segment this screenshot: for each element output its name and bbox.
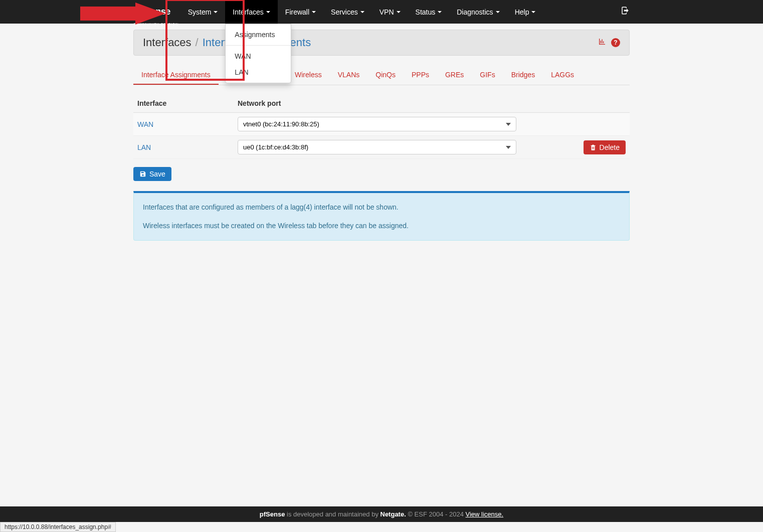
save-button[interactable]: Save [133, 167, 171, 181]
nav-diagnostics[interactable]: Diagnostics [449, 0, 507, 24]
dropdown-lan[interactable]: LAN [226, 64, 291, 80]
nav-help[interactable]: Help [507, 0, 543, 24]
tab-ppps[interactable]: PPPs [404, 66, 437, 85]
interface-link-lan[interactable]: LAN [137, 143, 151, 151]
dropdown-assignments[interactable]: Assignments [226, 27, 291, 43]
delete-button[interactable]: Delete [584, 140, 626, 154]
nav-system-label: System [188, 8, 212, 16]
trash-icon [590, 144, 597, 151]
nav-items: System Interfaces Assignments WAN LAN Fi… [180, 0, 621, 24]
nav-vpn[interactable]: VPN [372, 0, 408, 24]
caret-icon [438, 11, 442, 13]
dropdown-wan[interactable]: WAN [226, 48, 291, 64]
caret-icon [214, 11, 218, 13]
nav-status-label: Status [416, 8, 436, 16]
save-label: Save [149, 170, 165, 178]
caret-icon [312, 11, 316, 13]
logout-icon[interactable] [621, 6, 630, 18]
nav-right [621, 6, 630, 18]
col-actions [580, 94, 630, 113]
nav-help-label: Help [515, 8, 529, 16]
nav-services[interactable]: Services [323, 0, 372, 24]
nav-container: pf sense COMMUNITY EDITION System Interf… [133, 0, 630, 24]
tab-bridges[interactable]: Bridges [503, 66, 543, 85]
tabs: Interface Assignments Interface Groups W… [133, 66, 630, 85]
caret-icon [397, 11, 401, 13]
nav-vpn-label: VPN [379, 8, 394, 16]
port-select-lan[interactable]: ue0 (1c:bf:ce:d4:3b:8f) [238, 140, 516, 154]
breadcrumb-panel: Interfaces / Interface Assignments ? [133, 30, 630, 56]
nav-services-label: Services [331, 8, 358, 16]
nav-interfaces[interactable]: Interfaces Assignments WAN LAN [225, 0, 277, 24]
page-container: Interfaces / Interface Assignments ? Int… [133, 30, 630, 241]
assignments-table: Interface Network port WAN vtnet0 (bc:24… [133, 94, 630, 159]
footer-company[interactable]: Netgate. [380, 510, 406, 518]
svg-marker-0 [80, 3, 165, 25]
caret-icon [496, 11, 500, 13]
interfaces-dropdown: Assignments WAN LAN [225, 24, 291, 83]
caret-icon [266, 11, 270, 13]
assignments-table-wrap: Interface Network port WAN vtnet0 (bc:24… [133, 94, 630, 181]
info-line1: Interfaces that are configured as member… [143, 202, 620, 213]
footer: pfSense is developed and maintained by N… [0, 506, 763, 522]
info-panel: Interfaces that are configured as member… [133, 191, 630, 241]
tab-gifs[interactable]: GIFs [472, 66, 503, 85]
tab-qinqs[interactable]: QinQs [367, 66, 404, 85]
annotation-arrow [80, 3, 165, 34]
browser-status-bar: https://10.0.0.88/interfaces_assign.php# [0, 522, 116, 532]
nav-diagnostics-label: Diagnostics [457, 8, 493, 16]
footer-mid: is developed and maintained by [285, 510, 380, 518]
navbar: pf sense COMMUNITY EDITION System Interf… [0, 0, 763, 24]
interface-link-wan[interactable]: WAN [137, 120, 153, 128]
table-row: WAN vtnet0 (bc:24:11:90:8b:25) [133, 113, 630, 136]
tab-laggs[interactable]: LAGGs [543, 66, 582, 85]
nav-status[interactable]: Status [408, 0, 450, 24]
dropdown-divider [226, 45, 291, 46]
nav-system[interactable]: System [180, 0, 226, 24]
save-row: Save [133, 167, 630, 181]
tab-gres[interactable]: GREs [437, 66, 472, 85]
breadcrumb-icons: ? [598, 38, 620, 48]
caret-icon [360, 11, 364, 13]
col-interface: Interface [133, 94, 234, 113]
footer-license-link[interactable]: View license. [466, 510, 504, 518]
footer-brand: pfSense [260, 510, 285, 518]
chart-icon[interactable] [598, 38, 606, 48]
save-icon [139, 170, 146, 178]
delete-label: Delete [600, 143, 620, 151]
table-row: LAN ue0 (1c:bf:ce:d4:3b:8f) Delete [133, 136, 630, 159]
nav-firewall[interactable]: Firewall [278, 0, 323, 24]
port-select-wan[interactable]: vtnet0 (bc:24:11:90:8b:25) [238, 117, 516, 131]
col-port: Network port [234, 94, 580, 113]
nav-interfaces-label: Interfaces [233, 8, 263, 16]
footer-copyright: © ESF 2004 - 2024 [406, 510, 466, 518]
tab-vlans[interactable]: VLANs [330, 66, 368, 85]
help-icon[interactable]: ? [611, 38, 620, 47]
breadcrumb-root[interactable]: Interfaces [143, 36, 192, 49]
nav-firewall-label: Firewall [285, 8, 309, 16]
breadcrumb-separator: / [196, 36, 199, 49]
tab-wireless[interactable]: Wireless [287, 66, 330, 85]
info-line2: Wireless interfaces must be created on t… [143, 221, 620, 231]
tab-interface-assignments[interactable]: Interface Assignments [133, 66, 219, 85]
caret-icon [531, 11, 535, 13]
